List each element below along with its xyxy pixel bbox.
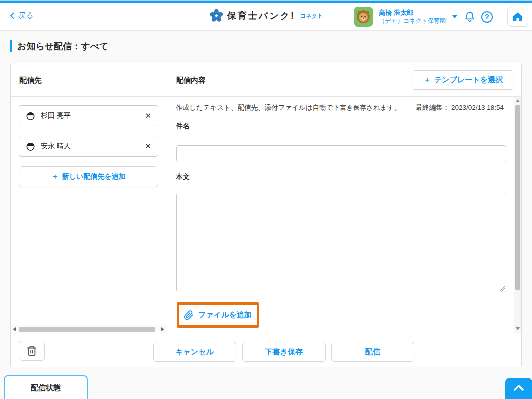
person-hat-icon [26,111,35,121]
scroll-to-top-button[interactable] [505,378,532,399]
plus-icon: ＋ [423,75,431,85]
logo-title: 保育士バンク! [227,10,295,22]
header-divider [500,9,500,24]
lion-avatar-icon [355,8,372,25]
body-label: 本文 [176,173,190,182]
recipients-column: 杉田 亮平 ✕ 安永 晴人 ✕ ＋ 新しい配信先を追加 [11,97,166,333]
home-button[interactable] [507,7,528,27]
panel-header: 配信先 配信内容 ＋ テンプレートを選択 [11,63,521,97]
save-draft-button[interactable]: 下書き保存 [242,342,326,362]
user-menu[interactable]: 高橋 浩太郎 （デモ）コネクト保育園 [379,9,446,24]
sakura-logo-icon [209,9,223,23]
paperclip-icon [184,310,194,320]
textarea-resize-handle[interactable] [499,285,505,291]
recipient-item: 杉田 亮平 ✕ [19,105,158,126]
recipient-name: 安永 晴人 [41,142,139,151]
scroll-left-arrow-icon[interactable] [13,327,16,331]
scroll-right-arrow-icon[interactable] [161,327,164,331]
scroll-down-arrow-icon[interactable] [516,327,520,330]
user-avatar[interactable] [354,7,373,27]
recipients-header: 配信先 [19,76,42,85]
help-button[interactable]: ? [481,11,493,23]
broadcast-panel: 配信先 配信内容 ＋ テンプレートを選択 杉田 亮平 ✕ 安永 [10,63,522,367]
send-button[interactable]: 配信 [331,342,414,362]
last-edited-value: 2023/02/13 18:54 [451,104,504,111]
last-edited-label: 最終編集： [416,104,450,111]
close-icon: ✕ [145,142,151,150]
chevron-down-icon[interactable] [452,15,457,18]
autosave-text: 作成したテキスト、配信先、添付ファイルは自動で下書き保存されます。 [176,104,401,111]
person-hat-icon [26,142,35,151]
body-textarea[interactable] [176,193,506,292]
page-title-row: お知らせ配信：すべて [10,40,109,52]
notifications-button[interactable] [464,11,476,23]
chevron-left-icon [10,12,15,19]
autosave-note: 作成したテキスト、配信先、添付ファイルは自動で下書き保存されます。 最終編集： … [176,103,504,112]
home-icon [512,11,524,23]
bell-icon [464,11,476,23]
add-recipient-label: 新しい配信先を追加 [62,172,126,181]
annotation-highlight-box: ファイルを追加 [177,302,259,328]
content-column: 作成したテキスト、配信先、添付ファイルは自動で下書き保存されます。 最終編集： … [166,97,514,333]
vertical-scrollbar[interactable] [514,97,521,333]
select-template-button[interactable]: ＋ テンプレートを選択 [412,70,514,90]
subject-input[interactable] [176,145,506,162]
recipient-item: 安永 晴人 ✕ [19,136,158,157]
delivery-status-button[interactable]: 配信状態 [4,375,88,399]
user-name: 高橋 浩太郎 [379,9,446,17]
trash-icon [26,345,37,356]
plus-icon: ＋ [52,172,59,181]
page-title: お知らせ配信：すべて [17,40,109,52]
app-logo: 保育士バンク! コネクト [209,9,323,23]
user-organization: （デモ）コネクト保育園 [379,17,446,25]
content-header: 配信内容 [176,76,206,85]
remove-recipient-button[interactable]: ✕ [145,142,151,151]
header-actions: 高橋 浩太郎 （デモ）コネクト保育園 ? [354,3,528,31]
scroll-up-arrow-icon[interactable] [516,99,520,102]
add-file-button[interactable]: ファイルを追加 [184,310,252,320]
add-file-label: ファイルを追加 [198,310,252,320]
back-label: 戻る [18,11,33,20]
panel-footer: キャンセル 下書き保存 配信 [11,333,521,367]
help-icon: ? [485,13,489,21]
logo-subtitle: コネクト [300,12,323,20]
title-accent-bar [10,40,12,52]
horizontal-scrollbar[interactable] [11,325,166,333]
cancel-button[interactable]: キャンセル [153,342,236,362]
vertical-scroll-thumb[interactable] [515,105,520,290]
horizontal-scroll-thumb[interactable] [19,327,155,332]
back-button[interactable]: 戻る [10,11,33,20]
select-template-label: テンプレートを選択 [434,75,503,85]
close-icon: ✕ [145,111,151,120]
app-header: 戻る 保育士バンク! コネクト [0,3,532,31]
remove-recipient-button[interactable]: ✕ [145,111,151,120]
subject-label: 件名 [176,122,190,131]
recipient-name: 杉田 亮平 [41,111,139,120]
chevron-up-icon [514,385,524,391]
add-recipient-button[interactable]: ＋ 新しい配信先を追加 [19,166,158,187]
delete-draft-button[interactable] [19,341,45,361]
